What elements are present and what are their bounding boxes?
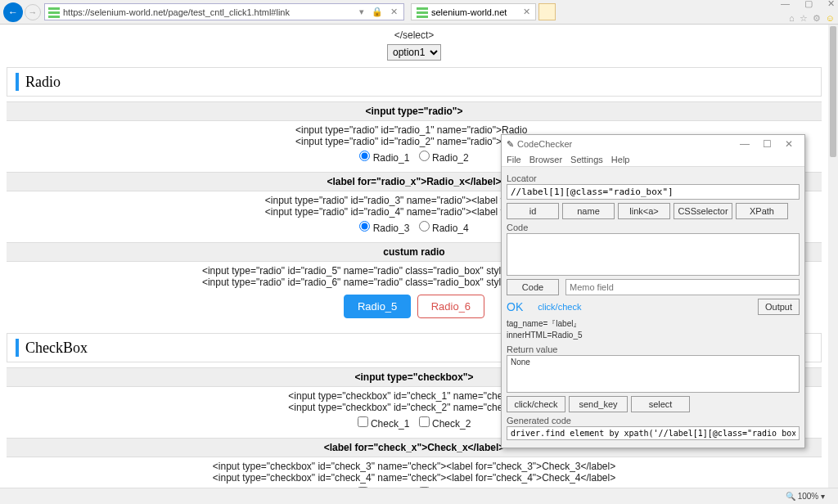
radio-6-button[interactable]: Radio_6 bbox=[417, 295, 484, 318]
menu-help[interactable]: Help bbox=[611, 155, 630, 164]
tab-title: selenium-world.net bbox=[431, 7, 507, 17]
output-button[interactable]: Output bbox=[758, 299, 800, 315]
code-line: <input type="checkbox" id="check_4" name… bbox=[7, 472, 822, 484]
tab-close-icon[interactable]: ✕ bbox=[523, 7, 530, 17]
section-title: CheckBox bbox=[25, 340, 88, 357]
locator-input[interactable] bbox=[507, 184, 800, 200]
back-button[interactable]: ← bbox=[3, 2, 23, 22]
cc-title: CodeChecker bbox=[517, 139, 572, 149]
site-icon bbox=[48, 7, 60, 18]
forward-button[interactable]: → bbox=[25, 4, 41, 20]
kv-tag: tag_name=『label』 bbox=[507, 318, 800, 330]
btn-select[interactable]: select bbox=[631, 396, 690, 412]
radio-4[interactable]: Radio_4 bbox=[419, 223, 469, 234]
status-ok: OK bbox=[507, 300, 523, 313]
menu-file[interactable]: File bbox=[507, 155, 521, 164]
cc-titlebar[interactable]: ✎ CodeChecker ― ☐ ✕ bbox=[502, 135, 804, 153]
app-icon: ✎ bbox=[507, 139, 514, 150]
btn-css[interactable]: CSSselector bbox=[674, 203, 732, 219]
cc-menu-bar: File Browser Settings Help bbox=[502, 153, 804, 167]
gen-label: Generated code bbox=[507, 416, 800, 425]
check-1[interactable]: Check_1 bbox=[358, 418, 410, 430]
emoji-icon[interactable]: ☺ bbox=[826, 13, 835, 24]
demo-select[interactable]: option1 bbox=[387, 44, 441, 61]
code-line: <input type="checkbox" id="check_3" name… bbox=[7, 461, 822, 472]
select-close-tag: </select> bbox=[7, 28, 822, 43]
check-2[interactable]: Check_2 bbox=[419, 418, 471, 430]
arrow-right-icon: → bbox=[29, 7, 38, 17]
address-bar[interactable]: ▾ 🔒 ✕ bbox=[44, 3, 404, 20]
btn-name[interactable]: name bbox=[562, 203, 615, 219]
radio-5-button[interactable]: Radio_5 bbox=[344, 295, 411, 318]
code-button[interactable]: Code bbox=[507, 279, 559, 295]
section-title: Radio bbox=[25, 74, 61, 91]
browser-chrome: ― ▢ ✕ ← → ▾ 🔒 ✕ selenium-world.net ✕ ⌂ ☆… bbox=[0, 0, 838, 25]
section-accent bbox=[16, 339, 19, 357]
star-icon[interactable]: ☆ bbox=[800, 13, 808, 24]
minimize-icon[interactable]: ― bbox=[733, 138, 756, 150]
window-controls: ― ▢ ✕ bbox=[781, 0, 835, 9]
locator-label: Locator bbox=[507, 173, 800, 183]
section-accent bbox=[16, 73, 19, 91]
site-icon bbox=[417, 7, 428, 18]
menu-browser[interactable]: Browser bbox=[529, 155, 562, 164]
url-input[interactable] bbox=[63, 7, 356, 17]
retval-label: Return value bbox=[507, 344, 800, 354]
maximize-icon[interactable]: ☐ bbox=[756, 138, 778, 150]
maximize-icon[interactable]: ▢ bbox=[804, 0, 813, 9]
new-tab-button[interactable] bbox=[538, 3, 556, 20]
panel-head-radio1: <input type="radio"> bbox=[7, 101, 822, 121]
status-bar: 🔍 100% ▾ bbox=[0, 488, 838, 504]
gen-code[interactable] bbox=[507, 426, 800, 440]
section-radio: Radio bbox=[7, 67, 822, 97]
minimize-icon[interactable]: ― bbox=[781, 0, 790, 9]
code-label: Code bbox=[507, 223, 800, 232]
radio-1[interactable]: Radio_1 bbox=[359, 152, 409, 164]
browser-tab[interactable]: selenium-world.net ✕ bbox=[411, 3, 536, 20]
home-icon[interactable]: ⌂ bbox=[789, 13, 795, 24]
btn-clickcheck[interactable]: click/check bbox=[507, 396, 565, 412]
menu-settings[interactable]: Settings bbox=[570, 155, 603, 164]
code-area[interactable] bbox=[507, 233, 800, 276]
gear-icon[interactable]: ⚙ bbox=[813, 13, 821, 24]
btn-xpath[interactable]: XPath bbox=[736, 203, 788, 219]
arrow-left-icon: ← bbox=[8, 7, 18, 18]
toolbar-icons: ⌂ ☆ ⚙ ☺ bbox=[789, 13, 835, 24]
click-label: click/check bbox=[538, 302, 581, 312]
address-tools: ▾ 🔒 ✕ bbox=[359, 7, 400, 17]
btn-sendkey[interactable]: send_key bbox=[569, 396, 628, 412]
radio-3[interactable]: Radio_3 bbox=[359, 223, 409, 234]
btn-id[interactable]: id bbox=[507, 203, 559, 219]
kv-inner: innerHTML=Radio_5 bbox=[507, 330, 800, 341]
zoom-level[interactable]: 🔍 100% ▾ bbox=[786, 492, 825, 501]
close-icon[interactable]: ✕ bbox=[778, 138, 800, 150]
vertical-scrollbar[interactable] bbox=[828, 25, 838, 488]
close-icon[interactable]: ✕ bbox=[827, 0, 835, 9]
memo-input[interactable] bbox=[565, 279, 800, 295]
retval-area: None bbox=[507, 355, 800, 393]
btn-link[interactable]: link<a> bbox=[618, 203, 670, 219]
radio-2[interactable]: Radio_2 bbox=[419, 152, 469, 164]
codechecker-window[interactable]: ✎ CodeChecker ― ☐ ✕ File Browser Setting… bbox=[501, 134, 805, 448]
